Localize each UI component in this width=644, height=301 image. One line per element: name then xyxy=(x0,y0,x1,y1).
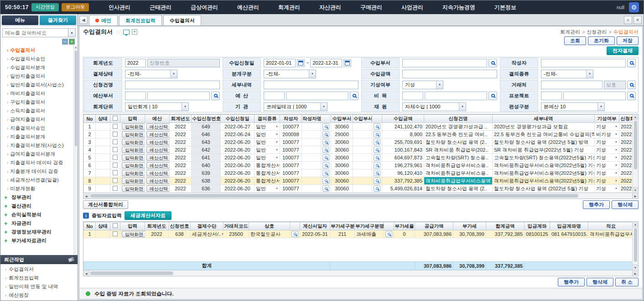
search-icon[interactable] xyxy=(374,123,380,130)
top-menu-item[interactable]: 예산관리 xyxy=(228,4,269,11)
sidebar-item[interactable]: › 지출분개 데이터 검증 xyxy=(3,167,73,176)
search-icon[interactable] xyxy=(374,147,380,153)
recent-work-item[interactable]: › 수입결의서 xyxy=(0,265,78,274)
budget-code-input[interactable] xyxy=(264,92,285,100)
search-icon[interactable] xyxy=(322,123,329,130)
tab-main[interactable]: 메인 xyxy=(89,15,118,26)
date-to-input[interactable] xyxy=(310,59,342,67)
budget-dept-code-input[interactable] xyxy=(125,92,146,100)
income-dept-input[interactable] xyxy=(402,59,487,67)
search-icon[interactable] xyxy=(627,81,636,89)
budget-dept-name-input[interactable] xyxy=(147,92,210,100)
search-icon[interactable] xyxy=(627,59,636,67)
row-checkbox[interactable] xyxy=(113,147,118,152)
sidebar-item[interactable]: › 급여지출결의서분개 xyxy=(3,150,73,158)
plus-icon[interactable]: + xyxy=(4,203,9,209)
request-title-input[interactable] xyxy=(125,81,220,89)
horizontal-scrollbar[interactable]: ◀ ▶ xyxy=(83,193,638,199)
plan-type-select[interactable]: 본예산 10▼ xyxy=(541,102,605,111)
cell-completion[interactable]: 기성▼ xyxy=(595,185,619,193)
favorite-star-icon[interactable]: ☆ xyxy=(115,29,121,36)
sidebar-item[interactable]: › 지출결의서 데이터 검증 xyxy=(3,158,73,167)
save-button[interactable]: 저장 xyxy=(617,36,639,45)
scrollbar-thumb[interactable] xyxy=(634,121,637,169)
tab-scroll-left-icon[interactable]: ◀ xyxy=(79,16,88,24)
cell-completion[interactable]: 기성▼ xyxy=(595,169,619,177)
row-checkbox[interactable] xyxy=(113,132,118,137)
income-row[interactable]: 1 입력화면 예산선택 2022 649 2022-06-27 xyxy=(84,123,633,131)
search-icon[interactable] xyxy=(374,178,380,184)
plus-icon[interactable]: + xyxy=(4,194,9,201)
income-row[interactable]: 6 입력화면 예산선택 2022 640 2022-06-20 xyxy=(84,162,633,169)
row-checkbox[interactable] xyxy=(113,155,118,160)
scroll-right-icon[interactable]: ▶ xyxy=(632,270,638,276)
vertical-scrollbar[interactable]: ▲ ▼ xyxy=(632,114,638,193)
vendor-input[interactable] xyxy=(541,81,602,89)
top-menu-item[interactable]: 급상여관리 xyxy=(181,4,228,11)
cell-completion[interactable]: 기성▼ xyxy=(595,154,619,162)
sidebar-item[interactable]: › 급여지출결의서 xyxy=(3,115,73,124)
plus-icon[interactable]: + xyxy=(4,211,9,218)
extend-time-button[interactable]: 시간연장 xyxy=(31,3,59,11)
search-button[interactable]: 조회 xyxy=(564,36,586,45)
delete-row-button[interactable]: 행삭제 xyxy=(587,278,613,286)
cell-decide-type[interactable]: 통합계산서▼ xyxy=(254,162,280,169)
sidebar-tab-menu[interactable]: 메뉴 xyxy=(2,15,38,25)
project-name-input[interactable] xyxy=(563,92,626,100)
sidebar-item[interactable]: › 수입결의서승인 xyxy=(3,55,73,63)
input-screen-button[interactable]: 입력화면 xyxy=(122,185,145,192)
budget-select-button[interactable]: 예산선택 xyxy=(146,170,170,176)
scroll-right-icon[interactable]: ▶ xyxy=(632,193,638,199)
search-icon[interactable] xyxy=(322,162,329,168)
logout-button[interactable]: 로그아웃 xyxy=(62,3,89,11)
horizontal-scrollbar[interactable]: ◀ ▶ xyxy=(83,270,638,276)
sidebar-item[interactable]: › 세금계산서연결(일괄) xyxy=(3,176,73,184)
cell-completion[interactable]: 기성▼ xyxy=(595,177,619,185)
income-row[interactable]: 7 입력화면 예산선택 2022 639 2022-06-20 xyxy=(84,169,633,177)
fund-source-select[interactable]: 자체수입 | 1000▼ xyxy=(402,102,466,111)
sidebar-item[interactable]: › 지출결의서분개(사업소) xyxy=(3,141,73,150)
input-screen-button[interactable]: 입력화면 xyxy=(122,123,145,130)
budget-select-button[interactable]: 예산선택 xyxy=(146,131,170,138)
search-icon[interactable] xyxy=(322,178,329,184)
sidebar-item[interactable]: › 수입결의서분개 xyxy=(3,63,73,72)
writer-input[interactable] xyxy=(541,59,626,67)
select-all-checkbox[interactable] xyxy=(113,223,118,228)
cell-completion[interactable]: 기성▼ xyxy=(595,123,619,131)
completion-select[interactable]: 기성▼ xyxy=(402,81,443,89)
tax-invoice-button[interactable]: 세금계산서자료 xyxy=(125,211,171,220)
search-icon[interactable] xyxy=(322,154,329,161)
budget-select-button[interactable]: 예산선택 xyxy=(146,185,170,192)
expense-item-name-input[interactable] xyxy=(425,92,487,100)
search-icon[interactable] xyxy=(322,147,329,153)
scroll-left-icon[interactable]: ◀ xyxy=(83,193,89,199)
sidebar-item[interactable]: › 구입지출결의서 xyxy=(3,98,73,107)
top-menu-item[interactable]: 회계관리 xyxy=(269,4,310,11)
calendar-icon[interactable] xyxy=(343,59,351,67)
search-icon[interactable] xyxy=(374,131,380,138)
search-icon[interactable] xyxy=(488,59,497,67)
sidebar-item[interactable]: › 지출결의서승인 xyxy=(3,124,73,133)
popup-icon[interactable] xyxy=(132,29,137,35)
budget-select-button[interactable]: 예산선택 xyxy=(146,178,170,184)
reset-button[interactable]: 초기화 xyxy=(588,36,615,45)
plus-icon[interactable]: + xyxy=(4,220,9,227)
search-icon[interactable] xyxy=(211,92,220,100)
search-icon[interactable] xyxy=(350,92,358,100)
evidence-row[interactable]: 1 입력화면 2022 638 세금계산서/..▼ 2350 xyxy=(84,230,633,238)
search-icon[interactable] xyxy=(322,131,329,138)
cell-completion[interactable]: 기성▼ xyxy=(595,162,619,169)
sidebar-tab-favorites[interactable]: 즐겨찾기 xyxy=(40,15,76,25)
cell-decide-type[interactable]: 통합계산서▼ xyxy=(254,169,280,177)
top-menu-item[interactable]: 근태관리 xyxy=(140,4,181,11)
request-number-input[interactable] xyxy=(147,59,220,67)
tab-income-resolution[interactable]: 수입결의서 xyxy=(163,15,201,26)
recent-work-item[interactable]: › 예산원장 xyxy=(0,291,78,300)
plus-icon[interactable]: + xyxy=(4,229,9,235)
journal-type-select[interactable]: -전체-▼ xyxy=(264,70,316,78)
income-row[interactable]: 8 입력화면 예산선택 2022 638 2022-06-20 xyxy=(84,177,633,185)
row-checkbox[interactable] xyxy=(113,178,118,183)
input-screen-button[interactable]: 입력화면 xyxy=(122,178,145,184)
budget-select-button[interactable]: 예산선택 xyxy=(146,139,170,145)
income-row[interactable]: 5 입력화면 예산선택 2022 641 2022-06-20 xyxy=(84,154,633,162)
